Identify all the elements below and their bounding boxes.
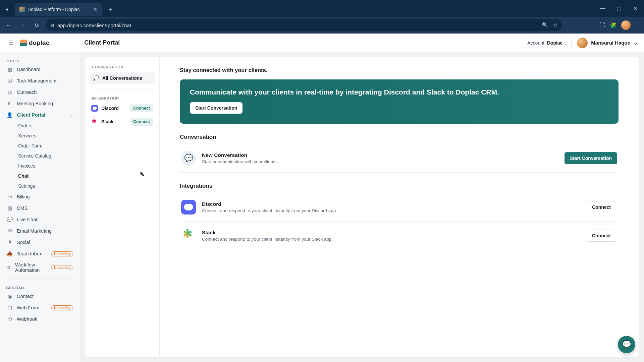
sidebar-item-social[interactable]: ⚘Social <box>3 237 76 248</box>
upcoming-badge: Upcoming <box>51 265 73 270</box>
sidebar-toggle-icon[interactable]: ☰ <box>6 38 15 48</box>
sidebar-sub-settings[interactable]: Settings <box>15 181 76 191</box>
profile-avatar-icon[interactable] <box>621 20 631 30</box>
integration-item-slack: Slack Connect <box>90 115 155 128</box>
content-panel-wrap: CONVERSATION 💭 All Conversations INTEGRA… <box>80 52 644 362</box>
sidebar-item-meeting-booking[interactable]: 🗓Meeting Booking <box>3 98 76 109</box>
reload-button[interactable]: ⟳ <box>32 20 42 31</box>
browser-titlebar: ▾ Doplac Platform - Doplac ✕ ＋ — ▢ ✕ <box>0 0 644 17</box>
new-conversation-title: New Conversation <box>202 152 278 158</box>
integration-row-slack: Slack Connect and respond to your client… <box>180 222 619 250</box>
fullscreen-icon[interactable]: ⛶ <box>600 22 605 28</box>
connect-slack-button[interactable]: Connect <box>586 230 617 242</box>
sidebar-item-client-portal[interactable]: 👤Client Portal⌄ <box>3 109 76 121</box>
upcoming-badge: Upcoming <box>51 251 73 256</box>
conversation-section-title: Conversation <box>180 134 619 140</box>
discord-title: Discord <box>202 201 337 207</box>
sidebar-item-dashboard[interactable]: ▦Dashboard <box>3 64 76 75</box>
sidebar-item-live-chat[interactable]: 💬Live Chat <box>3 214 76 225</box>
window-controls: — ▢ ✕ <box>595 2 643 15</box>
all-conversations-item[interactable]: 💭 All Conversations <box>90 72 155 84</box>
user-menu[interactable]: Mansurul Haque ⌄ <box>577 38 638 48</box>
sidebar-sub-chat[interactable]: Chat <box>15 171 76 181</box>
new-tab-button[interactable]: ＋ <box>105 4 116 15</box>
forward-button[interactable]: → <box>17 20 28 31</box>
minimize-icon[interactable]: — <box>595 2 610 15</box>
user-avatar-icon <box>577 38 588 48</box>
slack-subtitle: Connect and respond to your client insta… <box>202 237 333 242</box>
integration-section-label: INTEGRATION <box>90 95 155 102</box>
app-header: ☰ doplac Client Portal Account: Doplac ⌄… <box>0 34 644 52</box>
sidebar-item-task-management[interactable]: ☑Task Management <box>3 75 76 86</box>
form-icon: ▢ <box>7 305 13 311</box>
sidebar-item-outreach[interactable]: ◎Outreach <box>3 86 76 98</box>
integration-row-discord: Discord Connect and respond to your clie… <box>180 193 619 221</box>
sidebar-item-webhook[interactable]: ⟲Webhook <box>3 313 76 325</box>
sidebar-sub-orders[interactable]: Orders <box>15 121 76 131</box>
slack-label: Slack <box>101 119 114 124</box>
hero-start-conversation-button[interactable]: Start Conversation <box>190 102 243 114</box>
sidebar-sub-service-catalog[interactable]: Service Catalog <box>15 151 76 161</box>
page-title: Client Portal <box>84 39 120 46</box>
sidebar-item-team-inbox[interactable]: 📥Team InboxUpcoming <box>3 248 76 259</box>
app-root: ☰ doplac Client Portal Account: Doplac ⌄… <box>0 34 644 362</box>
logo-mark-icon <box>20 40 27 46</box>
back-button[interactable]: ← <box>3 20 14 31</box>
tab-title: Doplac Platform - Doplac <box>28 7 80 12</box>
zoom-icon[interactable]: 🔍 <box>542 22 548 28</box>
section-label-tools: TOOLS <box>3 57 76 64</box>
webhook-icon: ⟲ <box>7 316 13 322</box>
site-info-icon[interactable]: ⊟ <box>50 23 54 28</box>
maximize-icon[interactable]: ▢ <box>611 2 627 15</box>
new-conversation-row: New Conversation Start communication wit… <box>180 144 619 172</box>
connect-discord-button[interactable]: Connect <box>586 201 617 213</box>
share-icon: ⚘ <box>7 239 13 245</box>
browser-tab[interactable]: Doplac Platform - Doplac ✕ <box>15 3 102 16</box>
address-bar[interactable]: ⊟ app.doplac.com/client-portal/chat 🔍 ☆ <box>46 19 562 31</box>
sidebar-sub-services[interactable]: Services <box>15 131 76 141</box>
slack-title: Slack <box>202 230 333 236</box>
sidebar-item-email-marketing[interactable]: ✉Email Marketing <box>3 225 76 237</box>
kebab-menu-icon[interactable]: ⋮ <box>635 22 641 28</box>
sidebar-item-billing[interactable]: ▭Billing <box>3 191 76 202</box>
divider <box>180 250 619 250</box>
sidebar-divider <box>5 280 75 280</box>
integration-item-discord: Discord Connect <box>90 102 155 115</box>
connect-discord-chip[interactable]: Connect <box>130 104 153 112</box>
chat-bubble-icon: 💭 <box>93 75 99 81</box>
connect-slack-chip[interactable]: Connect <box>130 118 153 126</box>
extensions-icon[interactable]: 🧩 <box>610 22 616 28</box>
slack-icon <box>91 118 98 125</box>
url-text: app.doplac.com/client-portal/chat <box>57 22 131 28</box>
target-icon: ◎ <box>7 89 13 95</box>
card-icon: ▭ <box>7 194 13 200</box>
main-content: Stay connected with your clients. Commun… <box>160 57 639 357</box>
browser-toolbar: ← → ⟳ ⊟ app.doplac.com/client-portal/cha… <box>0 17 644 34</box>
chat-fab-button[interactable]: 💬 <box>618 336 635 353</box>
account-switcher[interactable]: Account: Doplac ⌄ <box>523 38 572 48</box>
tab-search-icon[interactable]: ▾ <box>1 4 13 15</box>
conversation-section-label: CONVERSATION <box>90 64 155 70</box>
sidebar-sub-invoices[interactable]: Invoices <box>15 161 76 171</box>
conversation-sidebar: CONVERSATION 💭 All Conversations INTEGRA… <box>85 57 160 357</box>
section-label-general: GENERAL <box>3 284 76 291</box>
chevron-down-icon: ⌄ <box>70 113 73 117</box>
bookmark-icon[interactable]: ☆ <box>553 22 557 28</box>
discord-icon <box>91 105 98 112</box>
favicon-icon <box>19 7 25 12</box>
sidebar-item-contact[interactable]: ◉Contact <box>3 291 76 302</box>
close-window-icon[interactable]: ✕ <box>627 2 643 15</box>
sidebar-item-workflow-automation[interactable]: ↯Workflow AutomationUpcoming <box>3 259 76 276</box>
brand-text: doplac <box>29 39 49 47</box>
tab-close-icon[interactable]: ✕ <box>93 7 97 12</box>
sidebar-sub-order-form[interactable]: Order Form <box>15 141 76 151</box>
brand-logo[interactable]: doplac <box>20 39 49 47</box>
divider <box>180 172 619 173</box>
user-icon: 👤 <box>7 112 13 118</box>
start-conversation-button[interactable]: Start Conversation <box>565 152 617 164</box>
chevron-down-icon: ⌄ <box>564 41 567 46</box>
sidebar-item-web-form[interactable]: ▢Web FormUpcoming <box>3 302 76 313</box>
tab-strip: ▾ Doplac Platform - Doplac ✕ ＋ <box>1 0 116 17</box>
sidebar-item-cms[interactable]: ▤CMS <box>3 202 76 214</box>
contact-icon: ◉ <box>7 293 13 299</box>
